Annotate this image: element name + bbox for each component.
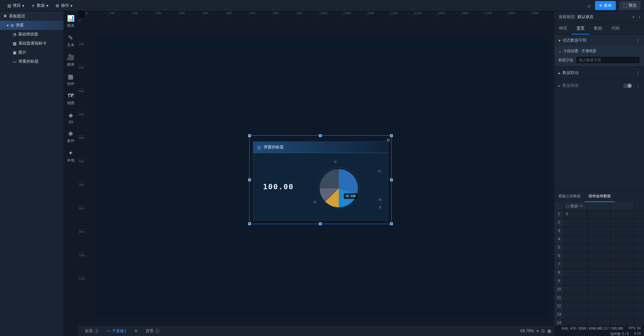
chevron-down-icon: ▾ bbox=[558, 38, 560, 43]
tab-interaction[interactable]: 交互 bbox=[572, 23, 589, 35]
comp-local[interactable]: ✦本地 bbox=[67, 149, 74, 163]
resize-handle-n[interactable] bbox=[319, 134, 322, 137]
chevron-down-icon[interactable]: ▾ bbox=[537, 329, 539, 333]
tab-subboard[interactable]: ▭ 子看板1 bbox=[104, 327, 130, 335]
comp-3d[interactable]: ◈3D bbox=[68, 112, 73, 124]
comp-kit[interactable]: ❀套件 bbox=[67, 130, 74, 143]
expand-icon: ⛶ bbox=[623, 3, 627, 8]
more-icon[interactable]: ⋮ bbox=[636, 38, 640, 43]
data-field-input[interactable] bbox=[576, 56, 640, 64]
comp-text[interactable]: ✎文本 bbox=[67, 34, 74, 48]
resize-handle-ne[interactable] bbox=[390, 134, 393, 137]
data-grid[interactable]: ▢ 数据 Str. 10234567891011121314 bbox=[554, 202, 644, 326]
comp-chart[interactable]: 📊图表 bbox=[67, 15, 74, 28]
memory-status: 内存: 478 / 3598 / 4096 MB 117 / 595 MB bbox=[561, 326, 623, 331]
pie-label: 银 bbox=[334, 160, 337, 164]
tree-item-popup[interactable]: ▾ ⧉ 弹窗 bbox=[0, 21, 63, 30]
sub-header[interactable]: ⌄ 字段设置 - 不透明度 bbox=[558, 49, 640, 54]
tab-data[interactable]: 数据 bbox=[589, 23, 607, 35]
tree-item-indicator[interactable]: ▦ 基础普通指标卡 bbox=[0, 39, 63, 48]
grid-row[interactable]: 2 bbox=[554, 219, 644, 227]
tree-item-pie[interactable]: ◔ 基础饼状图 bbox=[0, 30, 63, 39]
resize-handle-se[interactable] bbox=[390, 222, 393, 225]
data-icon: ≡ bbox=[31, 3, 36, 8]
grid-row[interactable]: 7 bbox=[554, 261, 644, 269]
grid-header-cell[interactable]: ▢ 数据 Str. bbox=[564, 202, 587, 210]
grid-row[interactable]: 11 bbox=[554, 294, 644, 303]
text-icon: ✎ bbox=[68, 34, 73, 42]
cube-icon: ◈ bbox=[68, 112, 73, 119]
tab-foreground[interactable]: 前景 + bbox=[82, 327, 102, 335]
more-icon[interactable]: ⋮ bbox=[636, 83, 640, 88]
grid-row[interactable]: 13 bbox=[554, 311, 644, 319]
pie-chart: 银 铂 铂 金 银 铂: 130 bbox=[300, 156, 384, 217]
more-icon[interactable]: ⋮ bbox=[636, 71, 640, 75]
fit-icon[interactable]: ⊡ bbox=[541, 329, 545, 333]
selection-box[interactable]: ✕ ▤ 弹窗的标题 100.00 bbox=[249, 135, 392, 224]
comp-media[interactable]: 🎥媒体 bbox=[67, 54, 74, 67]
layout-icon[interactable]: ▦ bbox=[547, 329, 551, 333]
indicator-card: 100.00 bbox=[257, 156, 300, 217]
grid-row[interactable]: 6 bbox=[554, 252, 644, 261]
link-icon: ⧉ bbox=[11, 23, 14, 28]
pie-tooltip: 铂: 130 bbox=[344, 193, 358, 199]
layers-header: ❖ 看板图层 bbox=[0, 11, 63, 21]
left-panel: ❖ 看板图层 ▾ ⧉ 弹窗 ◔ 基础饼状图 ▦ 基础普通指标卡 ▣ 图片 ▭ bbox=[0, 11, 63, 336]
chevron-down-icon: ▾ bbox=[7, 23, 9, 28]
section-dynamic-data[interactable]: ▾ 动态数据字段 ⋮ bbox=[554, 35, 644, 46]
grid-row[interactable]: 8 bbox=[554, 269, 644, 277]
tab-component-data[interactable]: 组件自有数据 bbox=[585, 191, 615, 202]
menu-project[interactable]: ▤ 项目 ▾ bbox=[3, 3, 28, 8]
tab-add[interactable]: + bbox=[131, 327, 141, 335]
tab-style[interactable]: 样式 bbox=[554, 23, 572, 35]
grid-row[interactable]: 9 bbox=[554, 277, 644, 286]
chevron-right-icon[interactable]: › bbox=[639, 15, 640, 19]
grid-row[interactable]: 12 bbox=[554, 303, 644, 311]
preview-button[interactable]: ⛶ 预览 bbox=[619, 1, 641, 10]
title-icon: ▤ bbox=[257, 145, 261, 150]
tab-public-data[interactable]: 看板公共数据 bbox=[554, 191, 585, 202]
comp-map[interactable]: 🗺地图 bbox=[67, 92, 74, 106]
chart-icon: 📊 bbox=[67, 15, 74, 22]
grid-row[interactable]: 3 bbox=[554, 227, 644, 236]
component-strip: 📊图表 ✎文本 🎥媒体 ▦控件 🗺地图 ◈3D ❀套件 ✦本地 bbox=[63, 11, 78, 336]
resize-handle-nw[interactable] bbox=[248, 134, 251, 137]
tab-code[interactable]: 代码 bbox=[607, 23, 624, 35]
top-menu: ▤ 项目 ▾ ≡ 数据 ▾ ⊞ 操作 ▾ ⌕ ✈ 发布 ⛶ 预览 bbox=[0, 0, 644, 11]
add-state-button[interactable]: + bbox=[632, 15, 635, 19]
stage[interactable]: ✕ ▤ 弹窗的标题 100.00 bbox=[85, 18, 554, 336]
image-icon: ▣ bbox=[13, 50, 16, 55]
grid-row[interactable]: 10 bbox=[554, 210, 644, 219]
kit-icon: ❀ bbox=[68, 130, 73, 137]
search-icon[interactable]: ⌕ bbox=[587, 3, 592, 8]
pie-label: 铂 bbox=[378, 169, 381, 174]
menu-actions[interactable]: ⊞ 操作 ▾ bbox=[52, 3, 76, 8]
popup-title: 弹窗的标题 bbox=[264, 144, 284, 150]
menu-data[interactable]: ≡ 数据 ▾ bbox=[28, 3, 52, 8]
resize-handle-e[interactable] bbox=[390, 179, 393, 181]
sub-section-opacity: ⌄ 字段设置 - 不透明度 数据字段 bbox=[554, 46, 644, 66]
grid-row[interactable]: 4 bbox=[554, 236, 644, 244]
section-data-link[interactable]: ▸ 数据联动 ⋮ bbox=[554, 66, 644, 79]
resize-handle-s[interactable] bbox=[319, 222, 322, 225]
grid-row[interactable]: 10 bbox=[554, 286, 644, 294]
chevron-down-icon: ⌄ bbox=[558, 49, 561, 53]
publish-button[interactable]: ✈ 发布 bbox=[595, 1, 616, 10]
card-icon: ▦ bbox=[13, 41, 16, 46]
version: 4.19 bbox=[634, 332, 641, 336]
resize-handle-sw[interactable] bbox=[248, 222, 251, 225]
component-count: 组件数: 5 / 5 bbox=[610, 332, 629, 336]
plus-icon[interactable]: + bbox=[155, 329, 160, 333]
resize-handle-w[interactable] bbox=[248, 179, 251, 181]
grid-row[interactable]: 5 bbox=[554, 244, 644, 252]
filter-toggle[interactable] bbox=[623, 83, 632, 88]
plus-icon[interactable]: + bbox=[94, 329, 99, 333]
tree-item-title[interactable]: ▭ 弹窗的标题 bbox=[0, 57, 63, 66]
tree-item-image[interactable]: ▣ 图片 bbox=[0, 48, 63, 57]
pie-label: 银 bbox=[314, 200, 317, 204]
tab-background[interactable]: 背景 + bbox=[142, 327, 163, 335]
comp-control[interactable]: ▦控件 bbox=[67, 73, 74, 86]
chevron-right-icon: ▸ bbox=[558, 71, 560, 75]
grid-row[interactable]: 14 bbox=[554, 319, 644, 326]
section-data-filter[interactable]: ▸ 数据筛选 ⋮ bbox=[554, 79, 644, 92]
